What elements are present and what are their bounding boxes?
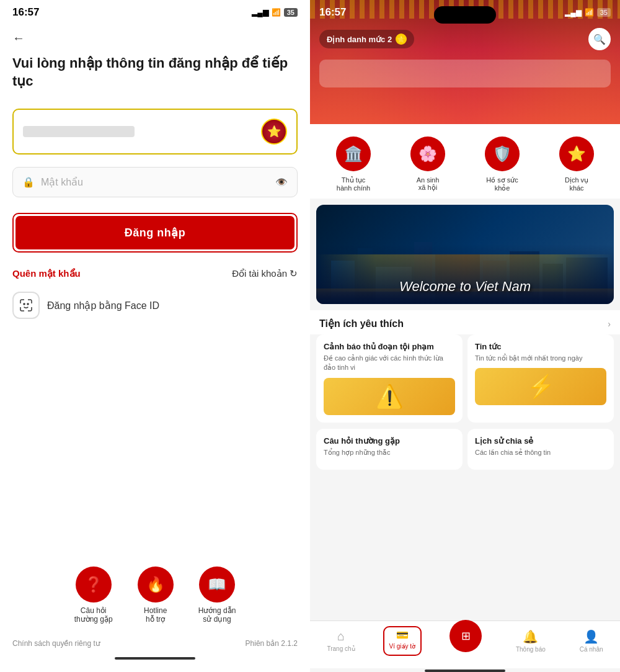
nav-thong-bao[interactable]: 🔔 Thông báo — [510, 626, 552, 656]
canh-bao-image: ⚠️ — [324, 378, 455, 415]
welcome-banner: Welcome to Viet Nam — [316, 205, 614, 304]
nav-vi-giay-label: Ví giấy tờ — [389, 643, 416, 650]
privacy-policy-link[interactable]: Chính sách quyền riêng tư — [12, 639, 100, 648]
service-dich-vu[interactable]: ⭐ Dịch vụkhác — [559, 137, 594, 192]
faq-icon: ❓ — [76, 567, 112, 603]
right-battery-icon: 35 — [597, 8, 611, 17]
home-indicator-right — [425, 670, 505, 672]
dich-vu-label: Dịch vụkhác — [565, 176, 588, 192]
nav-ca-nhan-label: Cá nhân — [580, 646, 603, 653]
login-button-wrapper: Đăng nhập — [12, 213, 298, 253]
search-icon: 🔍 — [593, 34, 606, 45]
right-status-bar: 16:57 ▂▄▆ 📶 35 — [310, 0, 620, 22]
tin-tuc-desc: Tin tức nổi bật mới nhất trong ngày — [475, 354, 606, 363]
service-icons-row: 🏛️ Thủ tụchành chính 🌸 An sinhxã hội 🛡️ … — [310, 124, 620, 199]
faq-label: Câu hỏithường gặp — [74, 606, 113, 624]
cau-hoi-desc: Tổng hợp những thắc — [324, 448, 455, 457]
ho-so-label: Hồ sơ sứckhỏe — [486, 176, 518, 192]
favorites-arrow-icon[interactable]: › — [608, 319, 611, 329]
lich-su-desc: Các lần chia sẻ thông tin — [475, 448, 606, 457]
left-status-icons: ▂▄▆ 📶 35 — [252, 8, 298, 17]
right-panel: 16:57 ▂▄▆ 📶 35 Định danh mức 2 ⭐ 🔍 🏛️ — [310, 0, 620, 672]
face-id-button[interactable]: Đăng nhập bằng Face ID — [12, 292, 298, 319]
center-action-button[interactable]: ⊞ — [450, 620, 482, 652]
guide-icon: 📖 — [199, 567, 235, 603]
signal-icon: ▂▄▆ — [252, 8, 268, 17]
lich-su-card[interactable]: Lịch sử chia sẻ Các lần chia sẻ thông ti… — [467, 429, 614, 470]
login-links: Quên mật khẩu Đổi tài khoản ↻ — [0, 265, 310, 282]
forgot-password-link[interactable]: Quên mật khẩu — [12, 268, 81, 279]
service-ho-so[interactable]: 🛡️ Hồ sơ sứckhỏe — [485, 137, 520, 192]
right-scroll-content[interactable]: 🏛️ Thủ tụchành chính 🌸 An sinhxã hội 🛡️ … — [310, 124, 620, 620]
service-thu-tuc[interactable]: 🏛️ Thủ tụchành chính — [336, 137, 371, 192]
bottom-footer: Chính sách quyền riêng tư Phiên bản 2.1.… — [12, 633, 298, 654]
thu-tuc-label: Thủ tụchành chính — [337, 176, 370, 192]
cau-hoi-card[interactable]: Câu hỏi thường gặp Tổng hợp những thắc — [316, 429, 463, 470]
right-header-content: Định danh mức 2 ⭐ 🔍 — [310, 22, 620, 56]
username-field[interactable]: ⭐ — [12, 109, 298, 155]
username-blur — [23, 126, 135, 137]
battery-icon: 35 — [284, 8, 298, 17]
left-bottom-section: ❓ Câu hỏithường gặp 🔥 Hotlinehỗ trợ 📖 Hư… — [0, 554, 310, 672]
nav-vi-giay-to[interactable]: 💳 Ví giấy tờ — [383, 626, 422, 656]
hotline-button[interactable]: 🔥 Hotlinehỗ trợ — [138, 567, 174, 624]
tin-tuc-image: ⚡ — [475, 368, 606, 405]
hotline-icon: 🔥 — [138, 567, 174, 603]
person-icon: 👤 — [583, 629, 599, 644]
home-indicator-left — [115, 657, 195, 660]
left-time: 16:57 — [12, 6, 39, 19]
faq-button[interactable]: ❓ Câu hỏithường gặp — [74, 567, 113, 624]
face-id-icon — [12, 292, 40, 319]
canh-bao-desc: Đề cao cảnh giác với các hình thức lừa đ… — [324, 354, 455, 373]
right-signal-icon: ▂▄▆ — [565, 8, 582, 17]
bottom-navigation: ⌂ Trang chủ 💳 Ví giấy tờ ⊞ 🔔 Thông báo 👤… — [310, 620, 620, 668]
dinh-danh-badge[interactable]: Định danh mức 2 ⭐ — [319, 30, 414, 48]
nav-center[interactable]: ⊞ — [443, 626, 488, 656]
refresh-icon: ↻ — [290, 268, 298, 279]
tin-tuc-title: Tin tức — [475, 342, 606, 351]
left-panel: 16:57 ▂▄▆ 📶 35 ← Vui lòng nhập thông tin… — [0, 0, 310, 672]
dinh-danh-label: Định danh mức 2 — [327, 35, 392, 44]
version-label: Phiên bản 2.1.2 — [246, 639, 298, 648]
password-placeholder: Mật khẩu — [41, 176, 269, 188]
search-button[interactable]: 🔍 — [588, 28, 611, 50]
police-badge-icon: ⭐ — [261, 119, 287, 145]
switch-account-link[interactable]: Đổi tài khoản ↻ — [232, 268, 298, 279]
login-title: Vui lòng nhập thông tin đăng nhập để tiế… — [0, 48, 310, 102]
thu-tuc-icon: 🏛️ — [336, 137, 371, 171]
canh-bao-card[interactable]: Cảnh báo thủ đoạn tội phạm Đề cao cảnh g… — [316, 334, 463, 423]
nav-trang-chu[interactable]: ⌂ Trang chủ — [321, 626, 361, 656]
right-time: 16:57 — [319, 6, 346, 19]
cau-hoi-title: Câu hỏi thường gặp — [324, 436, 455, 446]
wallet-icon: 💳 — [396, 629, 409, 641]
bottom-cards-row: Câu hỏi thường gặp Tổng hợp những thắc L… — [310, 429, 620, 476]
back-button[interactable]: ← — [0, 22, 310, 48]
user-info-blur — [319, 60, 611, 87]
nav-thong-bao-label: Thông báo — [516, 646, 546, 653]
guide-button[interactable]: 📖 Hướng dẫnsử dụng — [198, 567, 236, 624]
lich-su-title: Lịch sử chia sẻ — [475, 436, 606, 446]
eye-icon[interactable]: 👁️ — [275, 176, 288, 188]
banner-welcome-text: Welcome to Viet Nam — [399, 279, 531, 304]
wifi-icon: 📶 — [272, 8, 281, 17]
badge-star-icon: ⭐ — [396, 34, 407, 45]
dynamic-island — [434, 6, 496, 24]
an-sinh-icon: 🌸 — [410, 137, 445, 171]
login-button[interactable]: Đăng nhập — [16, 216, 294, 249]
lock-icon: 🔒 — [22, 176, 35, 188]
home-icon: ⌂ — [337, 629, 345, 643]
bottom-icons-row: ❓ Câu hỏithường gặp 🔥 Hotlinehỗ trợ 📖 Hư… — [12, 567, 298, 624]
left-status-bar: 16:57 ▂▄▆ 📶 35 — [0, 0, 310, 22]
service-an-sinh[interactable]: 🌸 An sinhxã hội — [410, 137, 445, 192]
nav-ca-nhan[interactable]: 👤 Cá nhân — [574, 626, 609, 656]
notification-icon: 🔔 — [523, 629, 538, 644]
favorites-section-header: Tiện ích yêu thích › — [310, 310, 620, 334]
tin-tuc-card[interactable]: Tin tức Tin tức nổi bật mới nhất trong n… — [467, 334, 614, 423]
an-sinh-label: An sinhxã hội — [417, 176, 440, 192]
ho-so-icon: 🛡️ — [485, 137, 520, 171]
center-action-icon: ⊞ — [461, 629, 471, 643]
password-field[interactable]: 🔒 Mật khẩu 👁️ — [12, 167, 298, 197]
tien-ich-title: Tiện ích yêu thích — [319, 318, 404, 329]
dich-vu-icon: ⭐ — [559, 137, 594, 171]
canh-bao-title: Cảnh báo thủ đoạn tội phạm — [324, 342, 455, 351]
